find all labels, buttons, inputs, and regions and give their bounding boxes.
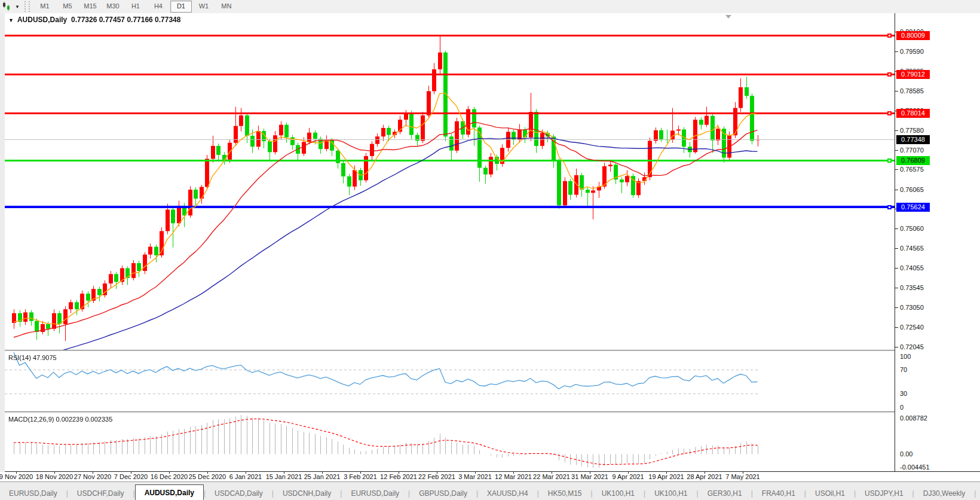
price-level-badge: 0.80009 (896, 31, 930, 40)
price-tick-label: 0.74565 (900, 245, 924, 252)
chart-tab-uk100-h1[interactable]: UK100,H1 (645, 487, 696, 500)
rsi-level-label: 30 (900, 390, 907, 397)
price-tick-mark (895, 288, 898, 288)
main-price-chart[interactable] (5, 13, 895, 350)
timeframe-button-w1[interactable]: W1 (193, 1, 215, 13)
chart-tab-gbpusd-daily[interactable]: GBPUSD,Daily (410, 487, 476, 500)
date-tick-label: 9 Nov 2020 (0, 473, 33, 480)
price-tick-mark (895, 248, 898, 249)
chevron-down-icon[interactable]: ▼ (15, 4, 20, 10)
date-tick-label: 27 Nov 2020 (74, 473, 111, 480)
price-tick-label: 0.74055 (900, 264, 924, 272)
date-tick-label: 16 Dec 2020 (151, 473, 188, 480)
date-tick-label: 25 Dec 2020 (189, 473, 226, 480)
price-tick-label: 0.79590 (900, 48, 924, 55)
macd-axis-label: -0.004451 (900, 464, 930, 471)
chart-tab-ger30-h1[interactable]: GER30,H1 (699, 487, 751, 500)
price-axis[interactable]: 0.801000.795900.790850.785850.780800.775… (895, 13, 980, 471)
price-tick-label: 0.78585 (900, 87, 924, 94)
chart-tab-usdjpy-h1[interactable]: USDJPY,H1 (856, 487, 912, 500)
price-tick-label: 0.72540 (900, 324, 924, 331)
timeframe-buttons: M1M5M15M30H1H4D1W1MN (33, 1, 238, 13)
timeframe-button-m30[interactable]: M30 (102, 1, 124, 13)
mt4-window: ▼ M1M5M15M30H1H4D1W1MN ▼AUDUSD,Daily 0.7… (0, 0, 980, 500)
date-tick-label: 19 Apr 2021 (648, 473, 684, 480)
date-tick-label: 22 Mar 2021 (533, 473, 570, 480)
toolbar-grip-handle[interactable] (24, 1, 30, 12)
timeframe-button-m5[interactable]: M5 (57, 1, 78, 13)
chart-tab-dj30-weekly[interactable]: DJ30,Weekly (914, 487, 974, 500)
date-tick-label: 31 Mar 2021 (571, 473, 608, 480)
date-tick-label: 12 Mar 2021 (495, 473, 532, 480)
chart-periods-icon[interactable] (2, 2, 14, 11)
price-level-badge: 0.78014 (896, 109, 930, 118)
chart-symbol-period: AUDUSD,Daily (17, 16, 67, 24)
chart-tab-china300-h1[interactable]: CHINA300,H1 (976, 487, 980, 500)
price-tick-mark (895, 150, 898, 151)
price-tick-mark (895, 307, 898, 308)
date-tick-label: 25 Jan 2021 (304, 473, 341, 480)
chart-tab-audusd-daily[interactable]: AUDUSD,Daily (135, 484, 204, 500)
date-tick-label: 6 Jan 2021 (229, 473, 262, 480)
price-level-badge: 0.76809 (896, 156, 930, 165)
timeframe-toolbar: ▼ M1M5M15M30H1H4D1W1MN (0, 0, 980, 14)
timeframe-button-h4[interactable]: H4 (148, 1, 169, 13)
chart-tab-hk50-m15[interactable]: HK50,M15 (539, 487, 591, 500)
rsi-level-label: 100 (900, 353, 911, 360)
chart-shift-marker[interactable] (725, 15, 731, 19)
price-level-badge: 0.77348 (896, 135, 930, 144)
chart-tab-fra40-h1[interactable]: FRA40,H1 (753, 487, 804, 500)
price-tick-label: 0.72045 (900, 343, 924, 350)
chart-title: ▼AUDUSD,Daily 0.77326 0.77457 0.77166 0.… (8, 16, 180, 24)
price-tick-mark (895, 228, 898, 229)
price-tick-label: 0.76575 (900, 166, 924, 173)
price-tick-mark (895, 347, 898, 347)
price-tick-label: 0.73050 (900, 304, 924, 311)
date-tick-label: 7 May 2021 (725, 473, 760, 480)
price-tick-label: 0.77580 (900, 127, 924, 134)
macd-indicator-chart[interactable] (5, 413, 895, 471)
timeframe-button-h1[interactable]: H1 (125, 1, 146, 13)
price-level-badge: 0.75624 (896, 203, 930, 212)
chart-tab-usoil-h1[interactable]: USOil,H1 (806, 487, 854, 500)
date-tick-label: 28 Apr 2021 (687, 473, 722, 480)
date-axis[interactable]: 9 Nov 202018 Nov 202027 Nov 20207 Dec 20… (0, 472, 980, 481)
timeframe-button-m1[interactable]: M1 (34, 1, 56, 13)
macd-label: MACD(12,26,9) 0.002239 0.002335 (8, 416, 112, 423)
chart-tab-xauusd-h4[interactable]: XAUUSD,H4 (478, 487, 537, 500)
date-tick-label: 22 Feb 2021 (418, 473, 455, 480)
price-level-badge: 0.79012 (896, 70, 930, 79)
price-tick-mark (895, 169, 898, 170)
rsi-label: RSI(14) 47.9075 (8, 354, 57, 361)
collapse-triangle-icon[interactable]: ▼ (8, 17, 14, 23)
tab-items: EURUSD,Daily|USDCHF,Daily|AUDUSD,Daily|U… (0, 484, 980, 500)
chart-tab-eurusd-daily[interactable]: EURUSD,Daily (0, 487, 66, 500)
date-tick-label: 3 Mar 2021 (458, 473, 492, 480)
price-tick-mark (895, 91, 898, 92)
chart-tab-usdcad-daily[interactable]: USDCAD,Daily (206, 487, 272, 500)
date-tick-label: 18 Nov 2020 (36, 473, 73, 480)
date-tick-label: 9 Apr 2021 (612, 473, 644, 480)
chart-tab-uk100-h1[interactable]: UK100,H1 (593, 487, 644, 500)
chart-tab-bar: EURUSD,Daily|USDCHF,Daily|AUDUSD,Daily|U… (0, 481, 980, 500)
price-tick-label: 0.76065 (900, 186, 924, 193)
macd-axis-label: 0.00 (900, 450, 912, 458)
timeframe-button-m15[interactable]: M15 (79, 1, 101, 13)
chart-tab-eurusd-daily[interactable]: EURUSD,Daily (342, 487, 408, 500)
timeframe-button-d1[interactable]: D1 (170, 1, 192, 13)
price-tick-mark (895, 268, 898, 269)
price-tick-label: 0.73545 (900, 284, 924, 291)
rsi-indicator-chart[interactable] (5, 352, 895, 411)
timeframe-button-mn[interactable]: MN (216, 1, 237, 13)
rsi-level-label: 0 (900, 404, 904, 411)
rsi-level-label: 70 (900, 366, 907, 373)
price-tick-mark (895, 327, 898, 328)
chart-tab-usdcnh-daily[interactable]: USDCNH,Daily (274, 487, 340, 500)
chart-tab-usdchf-daily[interactable]: USDCHF,Daily (68, 487, 133, 500)
macd-axis-label: 0.008782 (900, 414, 927, 422)
date-tick-label: 7 Dec 2020 (114, 473, 148, 480)
date-tick-label: 3 Feb 2021 (344, 473, 377, 480)
price-tick-label: 0.75060 (900, 225, 924, 232)
date-tick-label: 15 Jan 2021 (266, 473, 302, 480)
chart-ohlc-values: 0.77326 0.77457 0.77166 0.77348 (71, 16, 181, 24)
